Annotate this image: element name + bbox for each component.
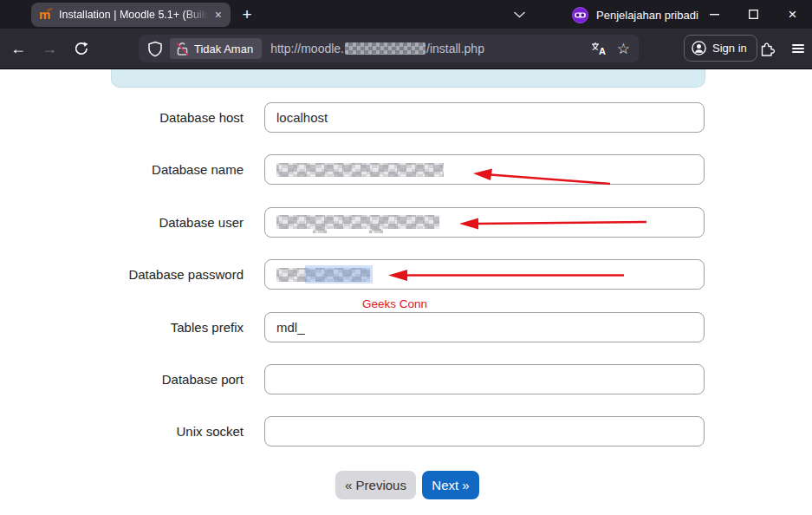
input-unix-socket[interactable] [264,416,705,447]
private-mask-icon [572,7,588,23]
bookmark-star-icon[interactable]: ☆ [617,42,630,56]
svg-text:A: A [599,46,606,55]
list-tabs-chevron-icon[interactable] [510,7,529,23]
label-database-name: Database name [0,154,244,185]
input-database-port[interactable] [264,364,705,394]
label-tables-prefix: Tables prefix [0,312,244,342]
minimize-icon[interactable] [695,0,734,29]
private-browsing-label: Penjelajahan pribadi [596,9,698,22]
input-tables-prefix[interactable]: mdl_ [264,312,705,342]
label-database-user: Database user [0,207,244,238]
tab-close-icon[interactable]: × [211,7,225,23]
redacted-url-segment [345,42,425,55]
text-selection-highlight [305,265,373,284]
annotation-watermark: Geeks Conn [362,297,427,310]
back-icon[interactable]: ← [3,29,33,68]
redacted-value [276,215,439,229]
reload-icon[interactable] [66,29,95,68]
input-database-host[interactable]: localhost [264,102,705,133]
sign-in-button[interactable]: Sign in [684,35,757,62]
sign-in-label: Sign in [712,42,747,55]
next-button[interactable]: Next » [422,471,479,499]
input-database-name[interactable] [264,154,705,185]
tab-title: Installation | Moodle 5.1+ (Build [59,9,211,21]
translate-icon[interactable]: A [591,42,607,55]
redacted-value [313,229,327,233]
forward-icon: → [35,29,64,68]
browser-tab-installation[interactable]: m Installation | Moodle 5.1+ (Build × [31,3,231,27]
previous-button[interactable]: « Previous [335,471,416,499]
moodle-favicon-icon: m [39,8,53,22]
insecure-lock-icon [176,42,189,56]
input-database-user[interactable] [264,207,705,238]
page-content: Database host localhost Database name Da… [0,69,812,515]
url-text[interactable]: http://moodle./install.php [270,42,484,55]
window-close-icon[interactable]: × [773,0,812,29]
security-chip-label: Tidak Aman [194,42,253,55]
account-icon [692,41,706,55]
info-alert-partial [111,69,705,88]
label-unix-socket: Unix socket [0,416,244,447]
browser-toolbar: ← → Tidak Aman http://moodle./install.ph… [0,29,812,69]
shield-icon[interactable] [147,41,163,57]
maximize-icon[interactable] [734,0,773,29]
extensions-puzzle-icon[interactable] [752,29,782,68]
security-chip[interactable]: Tidak Aman [170,38,262,59]
redacted-value [369,229,383,233]
label-database-password: Database password [0,259,244,290]
menu-hamburger-icon[interactable] [783,29,812,68]
window-controls: × [695,0,812,29]
new-tab-button[interactable]: + [236,3,258,26]
label-database-host: Database host [0,102,244,133]
private-browsing-badge: Penjelajahan pribadi [572,4,698,25]
input-database-password[interactable] [264,259,705,290]
url-bar[interactable]: Tidak Aman http://moodle./install.php A … [139,35,639,62]
redacted-value [276,163,444,177]
label-database-port: Database port [0,364,244,394]
window-titlebar: m Installation | Moodle 5.1+ (Build × + … [0,0,812,29]
